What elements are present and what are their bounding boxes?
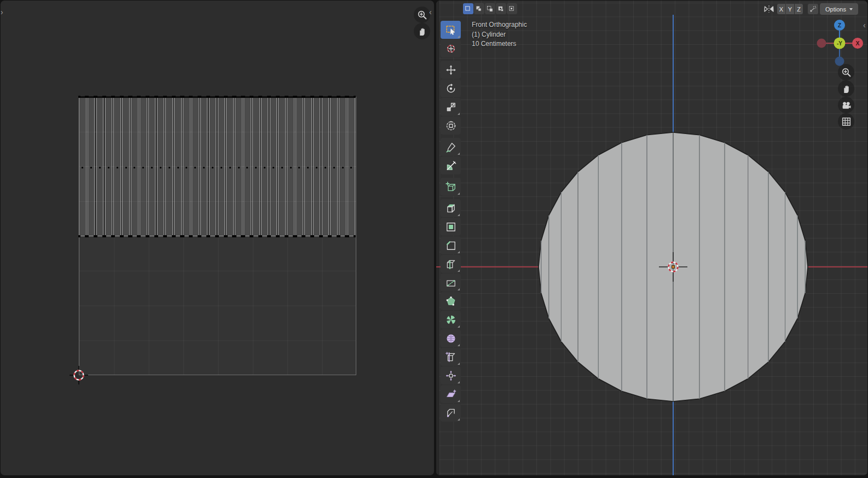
tool-options-corner [458,113,460,115]
mirror-x-icon[interactable] [763,4,774,16]
tool-add-cube[interactable] [441,178,461,196]
uv-vertex-dot [104,235,106,237]
uv-vertex-dot [130,235,132,237]
gizmo-negative-x-ball[interactable] [817,39,826,48]
uv-2d-cursor [66,362,92,388]
uv-grid-line [79,166,356,167]
uv-vertex-dot [295,235,297,237]
gizmo-front-y-ball[interactable]: -Y [834,38,846,49]
tool-smooth[interactable] [441,329,461,347]
view-axis-gizmo[interactable]: Z X -Y [812,16,867,71]
uv-vertex-dot [173,96,176,98]
chevron-left-icon[interactable]: ‹ [429,8,432,16]
select-mode-intersect-icon[interactable] [507,3,517,14]
tool-shrink-fatten[interactable] [441,366,461,384]
tool-measure[interactable] [441,156,461,174]
options-dropdown[interactable]: Options [820,3,858,15]
tool-rip-region[interactable] [441,404,461,422]
uv-vertex-dot [347,96,349,98]
uv-vertex-dot [286,96,288,98]
camera-view-icon[interactable] [838,97,854,113]
select-mode-invert-icon[interactable] [496,3,506,14]
tool-poly-build[interactable] [441,292,461,310]
tool-options-corner [458,214,460,216]
tool-shear[interactable] [441,385,461,403]
uv-face-center-dot [273,167,274,168]
uv-face-center-dot [194,167,196,168]
uv-vertex-dot [321,96,323,98]
tool-annotate[interactable] [441,138,461,156]
tool-select-box[interactable] [441,21,461,39]
tool-options-corner [458,418,460,421]
uv-vertex-dot [269,96,271,98]
uv-face-center-dot [325,167,326,168]
uv-vertex-dot [78,96,80,98]
chevron-down-icon [849,8,853,10]
tool-knife[interactable] [441,273,461,292]
pan-hand-icon[interactable] [838,80,854,97]
zoom-in-icon[interactable] [838,64,854,80]
uv-vertex-dot [113,235,115,237]
3d-viewport-panel: Front Orthographic (1) Cylinder 10 Centi… [436,1,867,475]
gizmo-x-ball[interactable]: X [852,38,863,49]
grid-ortho-icon[interactable] [838,113,854,130]
mirror-z-toggle[interactable]: Z [795,4,803,14]
select-mode-subtract-icon[interactable] [485,3,495,14]
tool-inset-faces[interactable] [441,218,461,236]
uv-face-center-dot [246,167,248,168]
viewport-header-text: Front Orthographic (1) Cylinder 10 Centi… [472,20,527,49]
select-mode-new-icon[interactable] [463,3,473,14]
uv-vertex-dot [156,96,158,98]
tool-edge-slide[interactable] [441,348,461,366]
tool-bevel[interactable] [441,236,461,254]
uv-vertex-dot [165,235,167,237]
uv-vertex-dot [295,96,297,98]
uv-vertex-dot [354,235,356,237]
uv-face-center-dot [212,167,213,168]
tool-extrude-region[interactable] [441,199,461,217]
tool-options-corner [458,344,460,346]
uv-vertex-dot [147,235,149,237]
uv-vertex-dot [156,235,158,237]
chevron-right-icon[interactable]: › [1,8,3,16]
uv-face-center-dot [203,167,205,168]
uv-face-center-dot [108,167,109,168]
uv-vertex-dot [260,235,262,237]
tool-move[interactable] [441,61,461,79]
uv-face-center-dot [229,167,231,168]
uv-vertex-dot [86,235,89,237]
chevron-left-icon[interactable]: ‹ [863,21,866,29]
uv-vertex-dot [329,235,332,237]
tool-spin[interactable] [441,311,461,329]
toolbar-gutter [436,1,439,475]
uv-vertex-dot [138,96,141,98]
uv-vertex-dot [95,235,97,237]
uv-vertex-dot [104,96,106,98]
tool-scale[interactable] [441,98,461,116]
uv-vertex-dot [243,96,245,98]
uv-vertex-dot [234,235,236,237]
gizmo-z-ball[interactable]: Z [834,20,845,31]
zoom-in-icon[interactable] [414,7,430,23]
tool-loop-cut[interactable] [441,255,461,273]
uv-vertex-dot [138,235,141,237]
svg-text:-Y: -Y [837,40,842,46]
tool-cursor[interactable] [441,39,461,57]
uv-face-center-dot [125,167,127,168]
uv-vertex-dot [217,235,219,237]
uv-vertex-dot [78,235,80,237]
pan-hand-icon[interactable] [414,23,430,39]
tool-transform[interactable] [441,116,461,135]
tool-options-corner [458,288,460,290]
uv-face-center-dot [264,167,265,168]
mirror-y-toggle[interactable]: Y [786,4,794,14]
uv-vertex-dot [225,235,228,237]
tool-rotate[interactable] [441,79,461,97]
proportional-editing-icon[interactable] [808,4,818,14]
uv-grid-line [79,132,356,132]
uv-vertex-dot [354,96,356,98]
mirror-x-toggle[interactable]: X [777,4,785,14]
uv-vertex-dot [182,235,184,237]
uv-vertex-dot [190,96,193,98]
select-mode-extend-icon[interactable] [474,3,484,14]
